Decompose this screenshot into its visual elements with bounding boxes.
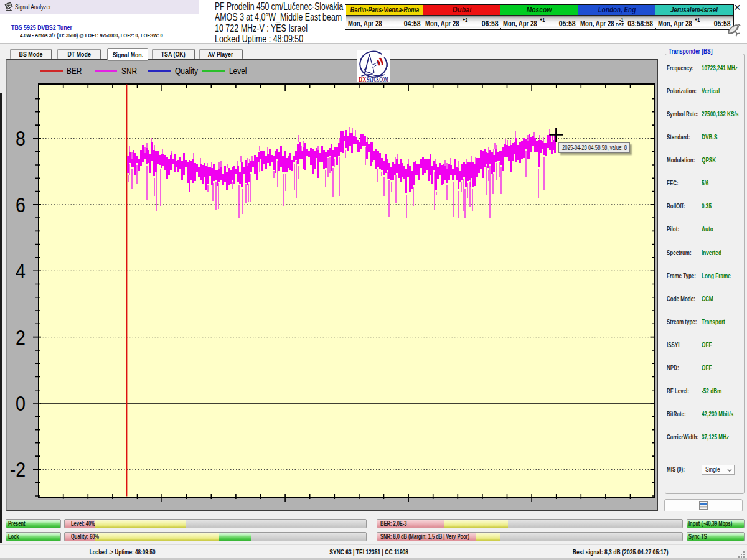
svg-text:DX: DX: [359, 76, 367, 83]
svg-text:SATCS.COM: SATCS.COM: [367, 76, 388, 83]
